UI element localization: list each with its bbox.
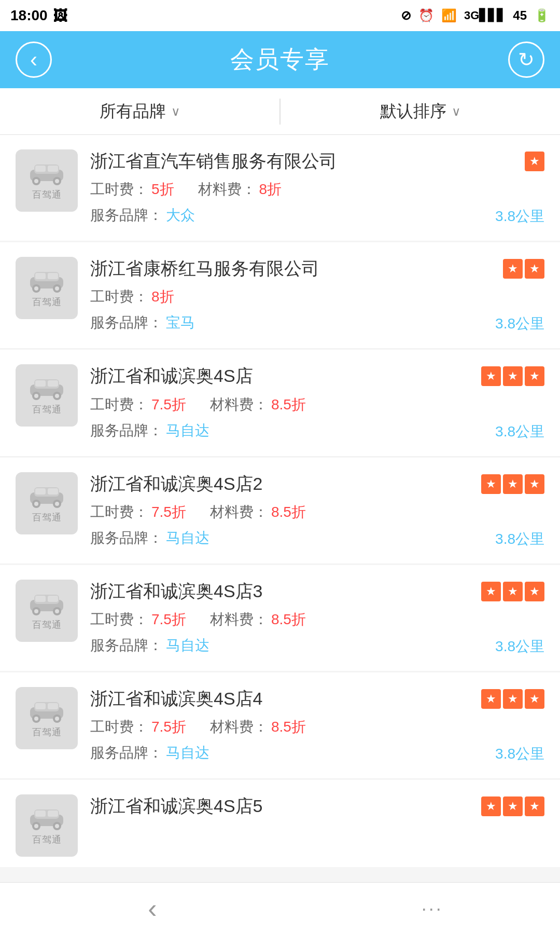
alarm-icon: ⏰ [418, 8, 434, 23]
distance-label: 3.8公里 [495, 422, 544, 442]
svg-point-4 [34, 179, 38, 183]
material-fee-discount: 8.5折 [271, 395, 306, 415]
distance-label: 3.8公里 [495, 637, 544, 656]
battery-icon: 🔋 [534, 8, 550, 23]
star-icon: ★ [525, 796, 544, 816]
svg-point-5 [55, 179, 59, 183]
labor-fee-discount: 7.5折 [151, 395, 186, 415]
shop-info: 浙江省直汽车销售服务有限公司 ★ 工时费：5折材料费：8折 服务品牌：大众 3.… [90, 149, 544, 226]
screenshot-icon: 🖼 [53, 7, 67, 24]
svg-rect-22 [35, 380, 46, 387]
material-fee-label: 材料费： [210, 395, 268, 415]
labor-fee-discount: 7.5折 [151, 502, 186, 522]
svg-point-13 [55, 286, 59, 291]
list-item[interactable]: 百驾通 浙江省和诚滨奥4S店5 ★★★ [0, 780, 560, 867]
shop-info: 浙江省康桥红马服务有限公司 ★★ 工时费：8折 服务品牌：宝马 3.8公里 [90, 257, 544, 334]
distance-label: 3.8公里 [495, 314, 544, 334]
material-fee-discount: 8.5折 [271, 610, 306, 629]
star-rating: ★★ [503, 259, 544, 279]
star-icon: ★ [525, 582, 544, 601]
discount-row: 工时费：8折 [90, 287, 544, 307]
shop-name: 浙江省和诚滨奥4S店3 [90, 580, 473, 602]
nav-back-button[interactable]: ‹ [117, 883, 188, 935]
brand-row: 服务品牌：宝马 [90, 313, 195, 333]
car-icon [26, 160, 67, 187]
brand-filter[interactable]: 所有品牌 ∨ [0, 88, 279, 134]
star-icon: ★ [503, 366, 523, 386]
star-icon: ★ [525, 474, 544, 494]
car-icon [26, 590, 67, 617]
shop-info: 浙江省和诚滨奥4S店5 ★★★ [90, 794, 544, 825]
svg-point-52 [34, 824, 38, 828]
star-rating: ★★★ [481, 474, 544, 494]
shop-logo: 百驾通 [16, 149, 78, 212]
labor-fee-label: 工时费： [90, 502, 148, 522]
shop-top: 浙江省和诚滨奥4S店2 ★★★ [90, 472, 544, 495]
shop-info: 浙江省和诚滨奥4S店4 ★★★ 工时费：7.5折材料费：8.5折 服务品牌：马自… [90, 687, 544, 764]
brand-label: 服务品牌： [90, 743, 163, 763]
svg-point-21 [55, 394, 59, 398]
shop-top: 浙江省和诚滨奥4S店3 ★★★ [90, 580, 544, 602]
brand-label: 服务品牌： [90, 636, 163, 655]
shop-top: 浙江省康桥红马服务有限公司 ★★ [90, 257, 544, 280]
material-fee-label: 材料费： [210, 717, 268, 737]
discount-row: 工时费：7.5折材料费：8.5折 [90, 610, 544, 629]
call-icon: ⊘ [401, 8, 411, 23]
star-icon: ★ [525, 689, 544, 709]
discount-row: 工时费：7.5折材料费：8.5折 [90, 395, 544, 415]
shop-logo: 百驾通 [16, 687, 78, 749]
list-item[interactable]: 百驾通 浙江省康桥红马服务有限公司 ★★ 工时费：8折 服务品牌：宝马 3.8公… [0, 242, 560, 349]
svg-point-44 [34, 717, 38, 721]
star-rating: ★ [525, 152, 544, 171]
svg-rect-14 [35, 273, 46, 279]
star-icon: ★ [481, 582, 501, 601]
list-item[interactable]: 百驾通 浙江省直汽车销售服务有限公司 ★ 工时费：5折材料费：8折 服务品牌：大… [0, 135, 560, 241]
star-icon: ★ [525, 259, 544, 279]
shop-logo: 百驾通 [16, 794, 78, 857]
brand-filter-label: 所有品牌 [100, 100, 166, 123]
sort-filter[interactable]: 默认排序 ∨ [281, 88, 560, 134]
brand-value: 马自达 [166, 636, 209, 655]
material-fee-label: 材料费： [198, 180, 256, 199]
shop-bottom: 服务品牌：马自达 3.8公里 [90, 527, 544, 549]
back-icon: ‹ [30, 47, 37, 72]
list-item[interactable]: 百驾通 浙江省和诚滨奥4S店4 ★★★ 工时费：7.5折材料费：8.5折 服务品… [0, 672, 560, 779]
list-item[interactable]: 百驾通 浙江省和诚滨奥4S店3 ★★★ 工时费：7.5折材料费：8.5折 服务品… [0, 565, 560, 671]
brand-label: 服务品牌： [90, 313, 163, 333]
refresh-icon: ↻ [518, 48, 535, 71]
star-icon: ★ [481, 366, 501, 386]
brand-value: 马自达 [166, 528, 209, 548]
distance-label: 3.8公里 [495, 207, 544, 226]
brand-value: 宝马 [166, 313, 195, 333]
car-icon [26, 483, 67, 510]
star-icon: ★ [481, 796, 501, 816]
shop-bottom: 服务品牌：马自达 3.8公里 [90, 742, 544, 764]
wifi-icon: 📶 [441, 8, 457, 23]
shop-name: 浙江省直汽车销售服务有限公司 [90, 149, 516, 172]
discount-row: 工时费：7.5折材料费：8.5折 [90, 717, 544, 737]
shop-list: 百驾通 浙江省直汽车销售服务有限公司 ★ 工时费：5折材料费：8折 服务品牌：大… [0, 135, 560, 867]
brand-row: 服务品牌：马自达 [90, 636, 209, 655]
brand-row: 服务品牌：马自达 [90, 528, 209, 548]
svg-rect-38 [35, 596, 46, 602]
shop-info: 浙江省和诚滨奥4S店3 ★★★ 工时费：7.5折材料费：8.5折 服务品牌：马自… [90, 580, 544, 656]
svg-point-28 [34, 502, 38, 506]
labor-fee-label: 工时费： [90, 180, 148, 199]
list-item[interactable]: 百驾通 浙江省和诚滨奥4S店 ★★★ 工时费：7.5折材料费：8.5折 服务品牌… [0, 350, 560, 456]
back-button[interactable]: ‹ [16, 42, 52, 78]
list-item[interactable]: 百驾通 浙江省和诚滨奥4S店2 ★★★ 工时费：7.5折材料费：8.5折 服务品… [0, 458, 560, 564]
svg-rect-55 [48, 811, 58, 817]
brand-chevron-icon: ∨ [171, 104, 180, 119]
shop-top: 浙江省直汽车销售服务有限公司 ★ [90, 149, 544, 172]
refresh-button[interactable]: ↻ [508, 42, 544, 78]
shop-top: 浙江省和诚滨奥4S店5 ★★★ [90, 794, 544, 817]
svg-rect-46 [35, 703, 46, 709]
nav-more-button[interactable]: ··· [422, 898, 443, 919]
labor-fee-label: 工时费： [90, 717, 148, 737]
logo-text: 百驾通 [32, 403, 62, 416]
bottom-nav: ‹ ··· [0, 882, 560, 934]
svg-rect-47 [48, 703, 58, 709]
star-icon: ★ [481, 689, 501, 709]
material-fee-label: 材料费： [210, 502, 268, 522]
brand-value: 大众 [166, 205, 195, 225]
